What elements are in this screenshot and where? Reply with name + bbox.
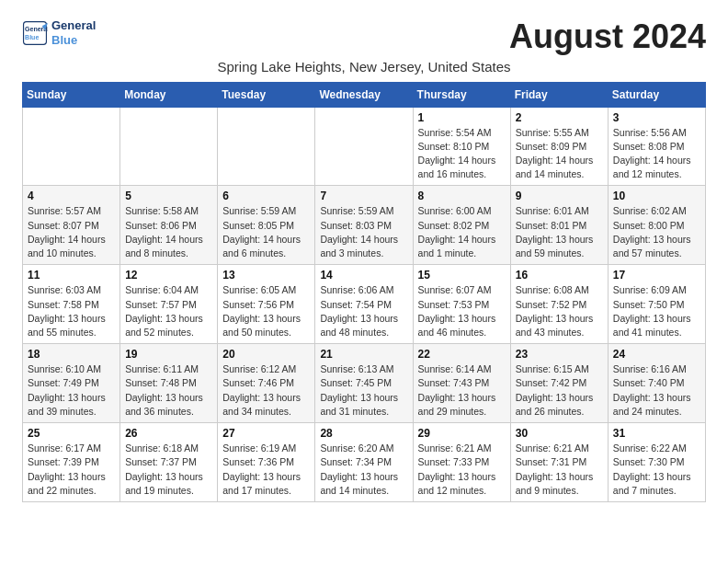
calendar-cell: 21Sunrise: 6:13 AM Sunset: 7:45 PM Dayli… <box>315 344 413 423</box>
calendar-cell: 8Sunrise: 6:00 AM Sunset: 8:02 PM Daylig… <box>413 186 510 265</box>
title-area: August 2024 <box>509 18 706 55</box>
day-number: 31 <box>613 427 700 440</box>
svg-rect-0 <box>24 21 47 44</box>
calendar-week-row: 25Sunrise: 6:17 AM Sunset: 7:39 PM Dayli… <box>23 423 706 502</box>
calendar-cell: 24Sunrise: 6:16 AM Sunset: 7:40 PM Dayli… <box>608 344 705 423</box>
day-number: 28 <box>320 427 407 440</box>
day-number: 27 <box>222 427 310 440</box>
calendar-cell <box>120 107 218 186</box>
day-number: 25 <box>28 427 115 440</box>
day-number: 11 <box>28 269 115 282</box>
day-number: 2 <box>516 111 603 124</box>
calendar-cell: 2Sunrise: 5:55 AM Sunset: 8:09 PM Daylig… <box>510 107 608 186</box>
weekday-header-saturday: Saturday <box>608 82 705 107</box>
logo: General Blue General Blue <box>22 18 96 47</box>
calendar-cell: 1Sunrise: 5:54 AM Sunset: 8:10 PM Daylig… <box>413 107 510 186</box>
svg-text:Blue: Blue <box>25 34 39 40</box>
day-info: Sunrise: 6:12 AM Sunset: 7:46 PM Dayligh… <box>222 362 310 419</box>
day-info: Sunrise: 6:19 AM Sunset: 7:36 PM Dayligh… <box>222 442 310 498</box>
calendar-cell <box>218 107 315 186</box>
weekday-header-thursday: Thursday <box>413 82 510 107</box>
day-number: 12 <box>125 269 212 282</box>
day-info: Sunrise: 6:02 AM Sunset: 8:00 PM Dayligh… <box>613 204 700 260</box>
day-info: Sunrise: 5:56 AM Sunset: 8:08 PM Dayligh… <box>613 126 700 182</box>
day-info: Sunrise: 6:17 AM Sunset: 7:39 PM Dayligh… <box>28 442 115 498</box>
day-number: 30 <box>516 427 603 440</box>
day-number: 21 <box>320 348 407 361</box>
day-info: Sunrise: 6:07 AM Sunset: 7:53 PM Dayligh… <box>418 283 506 339</box>
calendar-table: SundayMondayTuesdayWednesdayThursdayFrid… <box>22 82 706 502</box>
calendar-cell: 15Sunrise: 6:07 AM Sunset: 7:53 PM Dayli… <box>413 265 510 344</box>
calendar-cell: 12Sunrise: 6:04 AM Sunset: 7:57 PM Dayli… <box>120 265 218 344</box>
weekday-header-friday: Friday <box>510 82 608 107</box>
calendar-cell: 4Sunrise: 5:57 AM Sunset: 8:07 PM Daylig… <box>23 186 120 265</box>
calendar-cell: 5Sunrise: 5:58 AM Sunset: 8:06 PM Daylig… <box>120 186 218 265</box>
day-info: Sunrise: 6:22 AM Sunset: 7:30 PM Dayligh… <box>613 442 700 498</box>
day-number: 24 <box>613 348 700 361</box>
day-info: Sunrise: 6:18 AM Sunset: 7:37 PM Dayligh… <box>125 442 212 498</box>
day-number: 5 <box>125 190 212 202</box>
day-info: Sunrise: 6:01 AM Sunset: 8:01 PM Dayligh… <box>516 204 603 260</box>
calendar-cell: 26Sunrise: 6:18 AM Sunset: 7:37 PM Dayli… <box>120 423 218 502</box>
day-number: 17 <box>613 269 700 282</box>
calendar-week-row: 11Sunrise: 6:03 AM Sunset: 7:58 PM Dayli… <box>23 265 706 344</box>
calendar-cell: 27Sunrise: 6:19 AM Sunset: 7:36 PM Dayli… <box>218 423 315 502</box>
day-info: Sunrise: 5:59 AM Sunset: 8:03 PM Dayligh… <box>320 204 407 260</box>
day-number: 22 <box>418 348 506 361</box>
page-header: General Blue General Blue August 2024 <box>22 18 706 55</box>
weekday-header-row: SundayMondayTuesdayWednesdayThursdayFrid… <box>23 82 706 107</box>
day-number: 20 <box>222 348 310 361</box>
day-number: 13 <box>222 269 310 282</box>
calendar-cell <box>23 107 120 186</box>
day-info: Sunrise: 6:13 AM Sunset: 7:45 PM Dayligh… <box>320 362 407 419</box>
day-info: Sunrise: 6:16 AM Sunset: 7:40 PM Dayligh… <box>613 362 700 419</box>
day-number: 18 <box>28 348 115 361</box>
weekday-header-wednesday: Wednesday <box>315 82 413 107</box>
calendar-cell: 7Sunrise: 5:59 AM Sunset: 8:03 PM Daylig… <box>315 186 413 265</box>
calendar-cell: 25Sunrise: 6:17 AM Sunset: 7:39 PM Dayli… <box>23 423 120 502</box>
day-info: Sunrise: 5:54 AM Sunset: 8:10 PM Dayligh… <box>418 126 506 182</box>
calendar-cell: 19Sunrise: 6:11 AM Sunset: 7:48 PM Dayli… <box>120 344 218 423</box>
calendar-week-row: 4Sunrise: 5:57 AM Sunset: 8:07 PM Daylig… <box>23 186 706 265</box>
calendar-cell: 6Sunrise: 5:59 AM Sunset: 8:05 PM Daylig… <box>218 186 315 265</box>
day-number: 7 <box>320 190 407 202</box>
calendar-cell: 10Sunrise: 6:02 AM Sunset: 8:00 PM Dayli… <box>608 186 705 265</box>
main-title: August 2024 <box>509 18 706 55</box>
calendar-cell: 23Sunrise: 6:15 AM Sunset: 7:42 PM Dayli… <box>510 344 608 423</box>
day-number: 8 <box>418 190 506 202</box>
calendar-cell: 22Sunrise: 6:14 AM Sunset: 7:43 PM Dayli… <box>413 344 510 423</box>
calendar-cell: 14Sunrise: 6:06 AM Sunset: 7:54 PM Dayli… <box>315 265 413 344</box>
day-number: 15 <box>418 269 506 282</box>
day-info: Sunrise: 6:08 AM Sunset: 7:52 PM Dayligh… <box>516 283 603 339</box>
day-number: 6 <box>222 190 310 202</box>
day-number: 19 <box>125 348 212 361</box>
weekday-header-tuesday: Tuesday <box>218 82 315 107</box>
calendar-cell: 11Sunrise: 6:03 AM Sunset: 7:58 PM Dayli… <box>23 265 120 344</box>
day-info: Sunrise: 6:05 AM Sunset: 7:56 PM Dayligh… <box>222 283 310 339</box>
day-info: Sunrise: 6:20 AM Sunset: 7:34 PM Dayligh… <box>320 442 407 498</box>
day-info: Sunrise: 6:00 AM Sunset: 8:02 PM Dayligh… <box>418 204 506 260</box>
day-info: Sunrise: 5:55 AM Sunset: 8:09 PM Dayligh… <box>516 126 603 182</box>
calendar-cell: 30Sunrise: 6:21 AM Sunset: 7:31 PM Dayli… <box>510 423 608 502</box>
calendar-week-row: 1Sunrise: 5:54 AM Sunset: 8:10 PM Daylig… <box>23 107 706 186</box>
logo-text: General Blue <box>51 18 96 47</box>
calendar-cell <box>315 107 413 186</box>
calendar-cell: 13Sunrise: 6:05 AM Sunset: 7:56 PM Dayli… <box>218 265 315 344</box>
calendar-cell: 20Sunrise: 6:12 AM Sunset: 7:46 PM Dayli… <box>218 344 315 423</box>
day-info: Sunrise: 6:14 AM Sunset: 7:43 PM Dayligh… <box>418 362 506 419</box>
day-info: Sunrise: 6:15 AM Sunset: 7:42 PM Dayligh… <box>516 362 603 419</box>
day-number: 3 <box>613 111 700 124</box>
calendar-cell: 29Sunrise: 6:21 AM Sunset: 7:33 PM Dayli… <box>413 423 510 502</box>
day-number: 23 <box>516 348 603 361</box>
day-number: 10 <box>613 190 700 202</box>
day-info: Sunrise: 5:57 AM Sunset: 8:07 PM Dayligh… <box>28 204 115 260</box>
day-info: Sunrise: 6:09 AM Sunset: 7:50 PM Dayligh… <box>613 283 700 339</box>
subtitle: Spring Lake Heights, New Jersey, United … <box>22 59 706 75</box>
calendar-cell: 28Sunrise: 6:20 AM Sunset: 7:34 PM Dayli… <box>315 423 413 502</box>
day-info: Sunrise: 5:58 AM Sunset: 8:06 PM Dayligh… <box>125 204 212 260</box>
day-number: 1 <box>418 111 506 124</box>
calendar-week-row: 18Sunrise: 6:10 AM Sunset: 7:49 PM Dayli… <box>23 344 706 423</box>
weekday-header-monday: Monday <box>120 82 218 107</box>
calendar-cell: 17Sunrise: 6:09 AM Sunset: 7:50 PM Dayli… <box>608 265 705 344</box>
day-number: 14 <box>320 269 407 282</box>
